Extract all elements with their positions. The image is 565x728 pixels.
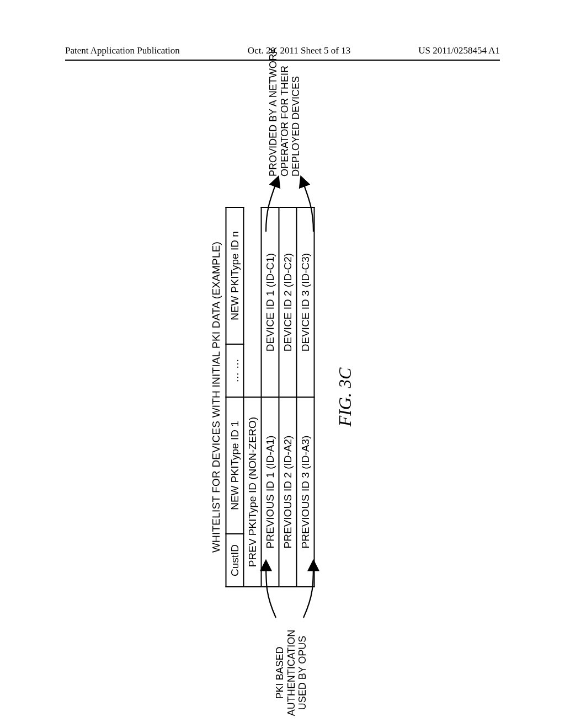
table-header-row: CustID NEW PKIType ID 1 … … NEW PKIType … bbox=[226, 207, 244, 587]
annotation-right: PROVIDED BY A NETWORK OPERATOR FOR THEIR… bbox=[268, 33, 302, 176]
anno-right-line1: PROVIDED BY A NETWORK bbox=[268, 47, 279, 176]
prev-id-cell: PREVIOUS ID 1 (ID-A1) bbox=[262, 397, 279, 587]
prev-id-cell: PREVIOUS ID 3 (ID-A3) bbox=[297, 397, 315, 587]
anno-left-line3: USED BY OPUS bbox=[297, 636, 308, 710]
col-ellipsis: … … bbox=[226, 344, 244, 397]
device-id-cell: DEVICE ID 1 (ID-C1) bbox=[262, 207, 279, 397]
col-new-pkitype-n: NEW PKIType ID n bbox=[226, 207, 244, 344]
anno-right-line3: DEPLOYED DEVICES bbox=[290, 76, 301, 176]
prev-pkitype-cell: PREV PKIType ID (NON-ZERO) bbox=[244, 397, 262, 587]
table-row: PREVIOUS ID 3 (ID-A3) DEVICE ID 3 (ID-C3… bbox=[297, 207, 315, 587]
anno-left-line1: PKI BASED bbox=[274, 646, 285, 699]
col-new-pkitype-1: NEW PKIType ID 1 bbox=[226, 397, 244, 534]
col-custid: CustID bbox=[226, 534, 244, 587]
table-row: PREVIOUS ID 1 (ID-A1) DEVICE ID 1 (ID-C1… bbox=[262, 207, 279, 587]
device-id-cell: DEVICE ID 2 (ID-C2) bbox=[279, 207, 297, 397]
whitelist-table: CustID NEW PKIType ID 1 … … NEW PKIType … bbox=[226, 207, 315, 587]
table-row: PREVIOUS ID 2 (ID-A2) DEVICE ID 2 (ID-C2… bbox=[279, 207, 297, 587]
anno-right-line2: OPERATOR FOR THEIR bbox=[279, 66, 290, 176]
prev-id-cell: PREVIOUS ID 2 (ID-A2) bbox=[279, 397, 297, 587]
anno-left-line2: AUTHENTICATION bbox=[285, 630, 296, 716]
figure-title: WHITELIST FOR DEVICES WITH INITIAL PKI D… bbox=[210, 188, 222, 607]
page: Patent Application Publication Oct. 20, … bbox=[0, 0, 565, 728]
device-id-cell: DEVICE ID 3 (ID-C3) bbox=[297, 207, 315, 397]
header-right: US 2011/0258454 A1 bbox=[418, 45, 500, 56]
empty-cell bbox=[244, 207, 262, 397]
header-left: Patent Application Publication bbox=[65, 45, 180, 56]
figure: WHITELIST FOR DEVICES WITH INITIAL PKI D… bbox=[210, 188, 355, 607]
figure-caption: FIG. 3C bbox=[335, 188, 355, 607]
prev-pkitype-row: PREV PKIType ID (NON-ZERO) bbox=[244, 207, 262, 587]
annotation-left: PKI BASED AUTHENTICATION USED BY OPUS bbox=[274, 618, 308, 728]
figure-wrapper: WHITELIST FOR DEVICES WITH INITIAL PKI D… bbox=[210, 188, 355, 607]
